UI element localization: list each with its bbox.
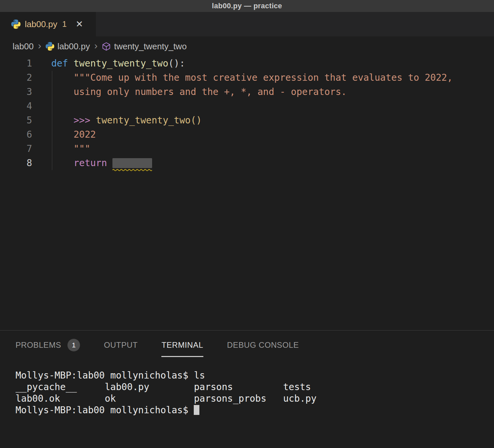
code-line: 2 """Come up with the most creative expr…: [0, 70, 494, 85]
code-text: return: [51, 156, 494, 170]
code-text: """: [51, 142, 494, 156]
tab-label: TERMINAL: [161, 340, 203, 350]
window-titlebar: lab00.py — practice: [0, 0, 494, 12]
code-text: >>> twenty_twenty_two(): [51, 113, 494, 127]
code-text: [51, 99, 494, 113]
chevron-right-icon: ›: [94, 41, 98, 52]
terminal-line: __pycache__ lab00.py parsons tests: [16, 381, 494, 393]
terminal-cursor: [194, 405, 199, 415]
editor-tab-lab00[interactable]: lab00.py 1 ✕: [0, 12, 96, 36]
line-number: 3: [0, 85, 51, 99]
code-line: 6 2022: [0, 127, 494, 142]
line-number: 6: [0, 127, 51, 142]
terminal-line: lab00.ok ok parsons_probs ucb.py: [16, 393, 494, 404]
tab-label: PROBLEMS: [16, 340, 61, 350]
line-number: 4: [0, 99, 51, 113]
breadcrumb: lab00 › lab00.py › twenty_twenty_two: [0, 36, 494, 56]
panel-tab-bar: PROBLEMS 1 OUTPUT TERMINAL DEBUG CONSOLE: [0, 331, 494, 360]
code-line: 5 >>> twenty_twenty_two(): [0, 113, 494, 127]
bottom-panel: PROBLEMS 1 OUTPUT TERMINAL DEBUG CONSOLE…: [0, 330, 494, 448]
tab-output[interactable]: OUTPUT: [104, 331, 138, 360]
error-squiggle-icon: [112, 169, 152, 171]
terminal-line: Mollys-MBP:lab00 mollynicholas$ ls: [16, 370, 494, 381]
editor-tab-bar: lab00.py 1 ✕: [0, 12, 494, 36]
tab-problems[interactable]: PROBLEMS 1: [16, 331, 80, 360]
chevron-right-icon: ›: [38, 41, 41, 52]
indent-guide: [52, 71, 52, 170]
terminal-line: Mollys-MBP:lab00 mollynicholas$: [16, 404, 494, 416]
tab-filename: lab00.py: [25, 19, 57, 29]
window-title: lab00.py — practice: [212, 2, 282, 10]
tab-problem-count: 1: [62, 20, 66, 29]
code-editor[interactable]: 1 def twenty_twenty_two(): 2 """Come up …: [0, 56, 494, 330]
line-number: 8: [0, 156, 51, 170]
code-line: 3 using only numbers and the +, *, and -…: [0, 85, 494, 99]
code-text: """Come up with the most creative expres…: [51, 70, 494, 85]
close-icon[interactable]: ✕: [76, 20, 83, 29]
code-text: def twenty_twenty_two():: [51, 56, 494, 70]
selected-blank: [112, 158, 152, 168]
tab-debug-console[interactable]: DEBUG CONSOLE: [227, 331, 299, 360]
symbol-namespace-icon: [102, 42, 111, 51]
tab-label: OUTPUT: [104, 340, 138, 350]
breadcrumb-symbol[interactable]: twenty_twenty_two: [102, 41, 187, 52]
terminal[interactable]: Mollys-MBP:lab00 mollynicholas$ ls __pyc…: [0, 360, 494, 416]
tab-label: DEBUG CONSOLE: [227, 340, 299, 350]
line-number: 7: [0, 142, 51, 156]
tab-terminal[interactable]: TERMINAL: [161, 331, 203, 360]
line-number: 2: [0, 70, 51, 85]
code-line: 8 return: [0, 156, 494, 170]
python-icon: [11, 20, 21, 29]
code-line: 4: [0, 99, 494, 113]
code-text: 2022: [51, 127, 494, 142]
problems-count-badge: 1: [67, 339, 80, 351]
breadcrumb-file[interactable]: lab00.py: [46, 41, 90, 52]
code-text: using only numbers and the +, *, and - o…: [51, 85, 494, 99]
line-number: 1: [0, 56, 51, 70]
code-line: 7 """: [0, 142, 494, 156]
code-line: 1 def twenty_twenty_two():: [0, 56, 494, 70]
python-icon: [46, 42, 54, 51]
line-number: 5: [0, 113, 51, 127]
breadcrumb-folder[interactable]: lab00: [13, 41, 34, 52]
